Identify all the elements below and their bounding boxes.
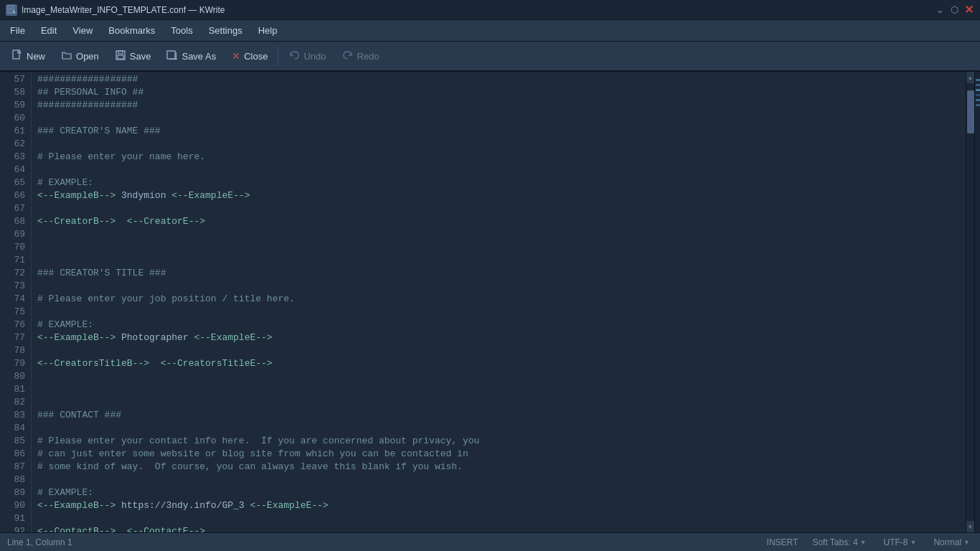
line-num-75: 75 (0, 306, 31, 319)
code-line-71 (37, 254, 966, 267)
maximize-button[interactable]: ⬡ (948, 4, 960, 16)
save-button[interactable]: Save (108, 44, 159, 68)
line-num-73: 73 (0, 280, 31, 293)
undo-button[interactable]: Undo (281, 44, 333, 68)
save-icon (115, 50, 126, 63)
code-line-81 (37, 383, 966, 396)
menu-edit[interactable]: Edit (34, 22, 64, 39)
code-line-70 (37, 241, 966, 254)
line-num-88: 88 (0, 474, 31, 486)
save-as-icon (166, 50, 178, 63)
close-label: Close (244, 51, 268, 62)
code-line-62 (37, 138, 966, 151)
code-line-66: <--ExampleB--> 3ndymion <--ExampleE--> (37, 189, 966, 202)
open-label: Open (76, 51, 99, 62)
line-num-60: 60 (0, 112, 31, 125)
code-line-90: <--ExampleB--> https://3ndy.info/GP_3 <-… (37, 499, 966, 512)
line-num-85: 85 (0, 435, 31, 448)
line-num-68: 68 (0, 215, 31, 228)
scroll-thumb[interactable] (967, 90, 974, 133)
menu-file[interactable]: File (3, 22, 32, 39)
encoding-dropdown[interactable]: UTF-8 ▼ (880, 537, 919, 548)
code-line-69 (37, 228, 966, 241)
code-line-65: # EXAMPLE: (37, 176, 966, 189)
titlebar: Image_MetaWriter_INFO_TEMPLATE.conf — KW… (0, 0, 980, 20)
line-num-76: 76 (0, 319, 31, 331)
line-num-81: 81 (0, 383, 31, 396)
encoding-dropdown-arrow: ▼ (910, 539, 916, 546)
line-num-82: 82 (0, 396, 31, 409)
line-num-59: 59 (0, 99, 31, 112)
code-line-61: ### CREATOR'S NAME ### (37, 125, 966, 138)
code-line-84 (37, 422, 966, 435)
toolbar: New Open Save Save As ✕ (0, 42, 980, 72)
code-line-68: <--CreatorB--> <--CreatorE--> (37, 215, 966, 228)
line-num-90: 90 (0, 499, 31, 512)
code-line-83: ### CONTACT ### (37, 409, 966, 422)
redo-label: Redo (357, 51, 380, 62)
close-file-button[interactable]: ✕ Close (225, 44, 275, 68)
code-line-63: # Please enter your name here. (37, 151, 966, 164)
line-num-71: 71 (0, 254, 31, 267)
menu-view[interactable]: View (65, 22, 100, 39)
tabs-text: Soft Tabs: 4 (812, 537, 857, 547)
highlight-dropdown-arrow: ▼ (963, 539, 970, 546)
line-num-62: 62 (0, 138, 31, 151)
line-numbers: 57 58 59 60 61 62 63 64 65 66 67 68 69 7… (0, 72, 32, 532)
close-file-icon: ✕ (232, 50, 240, 62)
code-line-88 (37, 474, 966, 486)
app-icon (6, 4, 17, 16)
code-line-77: <--ExampleB--> Photographer <--ExampleE-… (37, 331, 966, 344)
code-line-72: ### CREATOR'S TITLE ### (37, 267, 966, 280)
code-line-60 (37, 112, 966, 125)
line-num-72: 72 (0, 267, 31, 280)
menu-bookmarks[interactable]: Bookmarks (101, 22, 162, 39)
line-num-70: 70 (0, 241, 31, 254)
editor-content[interactable]: ################## ## PERSONAL INFO ## #… (32, 72, 966, 532)
save-as-label: Save As (182, 51, 216, 62)
code-line-59: ################## (37, 99, 966, 112)
code-line-92: <--ContactB--> <--ContactE--> (37, 525, 966, 532)
line-num-65: 65 (0, 176, 31, 189)
code-line-86: # can just enter some website or blog si… (37, 448, 966, 461)
line-num-86: 86 (0, 448, 31, 461)
line-num-74: 74 (0, 293, 31, 306)
redo-button[interactable]: Redo (335, 44, 387, 68)
statusbar-right: INSERT Soft Tabs: 4 ▼ UTF-8 ▼ Normal ▼ (767, 537, 973, 548)
code-line-80 (37, 370, 966, 383)
menu-settings[interactable]: Settings (202, 22, 250, 39)
open-button[interactable]: Open (54, 44, 106, 68)
code-line-73 (37, 280, 966, 293)
menu-tools[interactable]: Tools (164, 22, 199, 39)
code-line-74: # Please enter your job position / title… (37, 293, 966, 306)
close-button[interactable]: ✕ (963, 4, 974, 16)
save-as-button[interactable]: Save As (159, 44, 223, 68)
menu-help[interactable]: Help (251, 22, 285, 39)
scroll-down-button[interactable]: ▼ (966, 521, 975, 532)
line-num-92: 92 (0, 525, 31, 532)
highlight-dropdown[interactable]: Normal ▼ (930, 537, 973, 548)
undo-icon (288, 50, 300, 63)
minimize-button[interactable]: ⌄ (934, 4, 946, 16)
editor-container: 57 58 59 60 61 62 63 64 65 66 67 68 69 7… (0, 72, 980, 532)
line-num-61: 61 (0, 125, 31, 138)
scroll-track[interactable] (966, 83, 975, 521)
line-num-89: 89 (0, 486, 31, 499)
new-button[interactable]: New (4, 44, 52, 68)
code-line-78 (37, 344, 966, 357)
encoding-text: UTF-8 (883, 537, 908, 547)
tabs-dropdown-arrow: ▼ (860, 539, 867, 546)
new-label: New (27, 51, 45, 62)
insert-mode-text: INSERT (767, 537, 798, 547)
window-title: Image_MetaWriter_INFO_TEMPLATE.conf — KW… (22, 5, 225, 15)
line-num-83: 83 (0, 409, 31, 422)
line-num-66: 66 (0, 189, 31, 202)
scroll-up-button[interactable]: ▲ (966, 72, 975, 83)
redo-icon (342, 50, 354, 63)
code-line-76: # EXAMPLE: (37, 319, 966, 331)
line-num-78: 78 (0, 344, 31, 357)
code-line-57: ################## (37, 73, 966, 86)
scrollbar[interactable]: ▲ ▼ (966, 72, 974, 532)
tabs-dropdown[interactable]: Soft Tabs: 4 ▼ (809, 537, 869, 548)
svg-rect-10 (167, 51, 175, 59)
